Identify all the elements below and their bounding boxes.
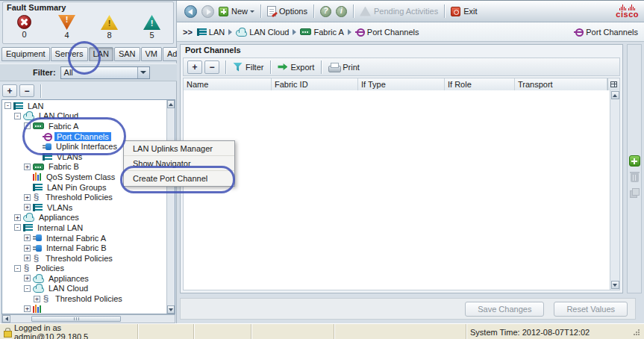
breadcrumb-item-label: Fabric A xyxy=(313,28,343,37)
policy-icon xyxy=(33,254,41,263)
tree-vertical-scrollbar[interactable] xyxy=(166,100,175,314)
help-button[interactable]: ? xyxy=(320,6,331,17)
column-header-name[interactable]: Name xyxy=(184,78,272,90)
tab-vm[interactable]: VM xyxy=(141,47,163,61)
tab-equipment[interactable]: Equipment xyxy=(1,47,50,61)
tree-node-lan-cloud[interactable]: LAN Cloud xyxy=(2,284,166,294)
tab-san[interactable]: SAN xyxy=(114,47,140,61)
scroll-down-button[interactable] xyxy=(611,281,619,289)
expand-icon[interactable] xyxy=(24,164,31,170)
copy-icon[interactable] xyxy=(630,188,639,197)
expand-icon[interactable] xyxy=(24,305,31,312)
tree-node-internal-lan[interactable]: Internal LAN xyxy=(2,223,166,233)
remove-button[interactable] xyxy=(204,60,219,74)
policy-icon xyxy=(23,264,31,273)
collapse-icon[interactable] xyxy=(4,102,11,109)
tree-node-item[interactable] xyxy=(2,304,166,314)
tree-node-fabric-a[interactable]: Fabric A xyxy=(2,121,166,131)
qos-icon xyxy=(33,172,42,181)
delete-icon[interactable] xyxy=(631,173,639,182)
expand-icon[interactable] xyxy=(24,204,31,211)
filter-dropdown[interactable]: All xyxy=(60,66,150,79)
collapse-icon[interactable] xyxy=(14,224,21,231)
fault-critical-icon xyxy=(17,15,31,29)
tree-expand-all-button[interactable] xyxy=(2,84,17,97)
resize-grip[interactable] xyxy=(633,329,640,336)
table-vertical-scrollbar[interactable] xyxy=(610,90,619,290)
status-logged-in: Logged in as admin@10.29.180.5 xyxy=(0,324,138,339)
toolbar-separator xyxy=(353,4,354,18)
tree-horizontal-scrollbar[interactable] xyxy=(1,314,175,323)
add-button[interactable] xyxy=(187,60,202,74)
tree-node-vlans[interactable]: VLANs xyxy=(2,202,166,213)
expand-icon[interactable] xyxy=(24,194,31,201)
menu-item-show-navigator[interactable]: Show Navigator xyxy=(124,156,234,171)
collapse-icon[interactable] xyxy=(24,285,31,292)
exit-button[interactable]: Exit xyxy=(451,7,477,16)
breadcrumb-prefix: >> xyxy=(183,28,193,37)
column-header-if-role[interactable]: If Role xyxy=(445,78,515,90)
tree-node-policies[interactable]: Policies xyxy=(2,264,166,274)
breadcrumb-item-lan-cloud[interactable]: LAN Cloud xyxy=(236,28,289,37)
tree-node-lan-cloud[interactable]: LAN Cloud xyxy=(2,111,166,122)
options-icon xyxy=(267,6,276,16)
scroll-up-button[interactable] xyxy=(611,91,619,99)
tree-node-label: VLANs xyxy=(45,203,75,212)
scroll-down-button[interactable] xyxy=(167,305,175,314)
expand-icon[interactable] xyxy=(24,234,31,241)
column-settings-button[interactable] xyxy=(607,78,619,90)
scroll-left-button[interactable] xyxy=(2,315,10,323)
tree-node-internal-fabric-a[interactable]: Internal Fabric A xyxy=(2,233,166,243)
options-button[interactable]: Options xyxy=(267,6,307,16)
breadcrumb-item-lan[interactable]: LAN xyxy=(197,28,225,37)
tree-node-label: Threshold Policies xyxy=(53,294,125,303)
tree-node-threshold-policies[interactable]: Threshold Policies xyxy=(2,293,166,304)
info-button[interactable]: i xyxy=(336,6,347,17)
tree-node-appliances[interactable]: Appliances xyxy=(2,273,166,284)
pending-activities-button[interactable]: Pending Activities xyxy=(360,7,438,16)
policy-icon xyxy=(33,193,41,202)
fault-major[interactable]: 4 xyxy=(51,15,84,40)
forward-button[interactable] xyxy=(201,5,214,18)
tab-lan[interactable]: LAN xyxy=(89,47,113,61)
collapse-icon[interactable] xyxy=(14,265,21,272)
menu-item-create-port-channel[interactable]: Create Port Channel xyxy=(124,171,234,186)
fault-minor[interactable]: 8 xyxy=(93,15,126,40)
print-button[interactable]: Print xyxy=(328,63,360,72)
add-port-channel-button[interactable] xyxy=(629,155,640,167)
column-header-fabric-id[interactable]: Fabric ID xyxy=(272,78,358,90)
expand-icon[interactable] xyxy=(24,255,31,261)
collapse-icon[interactable] xyxy=(24,122,31,129)
tree-node-appliances[interactable]: Appliances xyxy=(2,213,166,223)
collapse-icon[interactable] xyxy=(14,113,21,119)
tree-node-threshold-policies[interactable]: Threshold Policies xyxy=(2,192,166,202)
filter-dropdown-button[interactable] xyxy=(137,67,149,78)
breadcrumb-separator-icon xyxy=(293,29,296,35)
menu-item-lan-uplinks-manager[interactable]: LAN Uplinks Manager xyxy=(124,141,234,156)
new-button[interactable]: New xyxy=(219,7,254,16)
expand-icon[interactable] xyxy=(34,296,40,302)
back-button[interactable] xyxy=(184,5,197,18)
tree-node-internal-fabric-b[interactable]: Internal Fabric B xyxy=(2,243,166,253)
fault-info[interactable]: 5 xyxy=(136,15,169,40)
tree-collapse-all-button[interactable] xyxy=(19,84,34,97)
breadcrumb-item-port-channels[interactable]: Port Channels xyxy=(355,28,419,37)
fault-critical[interactable]: 0 xyxy=(8,15,41,40)
vlan-icon xyxy=(43,153,52,161)
expand-icon[interactable] xyxy=(14,214,21,221)
expand-icon[interactable] xyxy=(24,275,31,282)
scrollbar-thumb[interactable] xyxy=(31,316,121,322)
exit-button-label: Exit xyxy=(463,7,477,16)
expand-icon[interactable] xyxy=(24,245,31,252)
main-toolbar: New Options ? i Pending Activities Exit xyxy=(177,1,644,22)
filter-button[interactable]: Filter xyxy=(233,63,263,72)
scroll-up-button[interactable] xyxy=(167,100,175,108)
breadcrumb-item-fabric-a[interactable]: Fabric A xyxy=(300,28,343,37)
column-header-transport[interactable]: Transport xyxy=(515,78,607,90)
save-changes-button[interactable]: Save Changes xyxy=(465,302,544,317)
tab-servers[interactable]: Servers xyxy=(51,47,88,61)
reset-values-button[interactable]: Reset Values xyxy=(554,302,628,317)
column-header-if-type[interactable]: If Type xyxy=(358,78,445,90)
tree-node-lan[interactable]: LAN xyxy=(2,101,166,111)
export-button[interactable]: Export xyxy=(278,63,314,72)
